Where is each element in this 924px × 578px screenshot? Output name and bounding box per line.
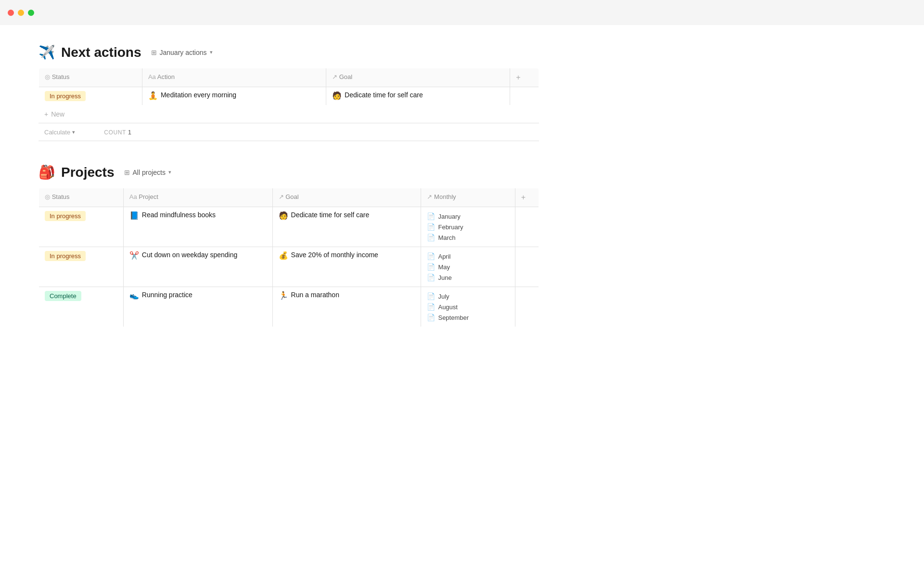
proj-status-col-header[interactable]: ◎ Status — [39, 188, 124, 207]
projects-title: Projects — [61, 165, 115, 180]
proj-goal-emoji: 🧑 — [279, 211, 288, 220]
monthly-label: March — [438, 234, 455, 241]
projects-section: 🎒 Projects ⊞ All projects ▾ ◎ Status Aa … — [38, 164, 539, 327]
status-cell[interactable]: In progress — [39, 87, 142, 105]
proj-goal-text: Save 20% of monthly income — [291, 251, 378, 259]
proj-project-content: ✂️ Cut down on weekday spending — [129, 251, 267, 260]
main-content: ✈️ Next actions ⊞ January actions ▾ ◎ St… — [0, 25, 578, 346]
proj-status-badge: Complete — [45, 291, 81, 301]
calculate-button[interactable]: Calculate ▾ — [44, 129, 75, 136]
proj-monthly-cell: 📄 July 📄 August 📄 September — [421, 287, 515, 327]
doc-icon: 📄 — [427, 234, 435, 241]
close-button[interactable] — [8, 10, 14, 16]
proj-project-content: 📘 Read mindfulness books — [129, 211, 267, 220]
doc-icon: 📄 — [427, 212, 435, 220]
chevron-down-icon: ▾ — [210, 49, 213, 55]
proj-project-emoji: 📘 — [129, 211, 139, 220]
proj-goal-content: 🧑 Dedicate time for self care — [279, 211, 415, 220]
add-column-button[interactable]: + — [510, 68, 539, 87]
table-icon: ⊞ — [151, 49, 157, 56]
table-row: Complete 👟 Running practice 🏃 Run a mara… — [39, 287, 539, 327]
proj-project-cell[interactable]: ✂️ Cut down on weekday spending — [123, 247, 272, 287]
projects-view-selector[interactable]: ⊞ All projects ▾ — [120, 167, 175, 178]
plus-icon: + — [516, 73, 520, 81]
projects-view-label: All projects — [133, 169, 166, 176]
monthly-item[interactable]: 📄 February — [427, 222, 509, 232]
proj-monthly-cell: 📄 April 📄 May 📄 June — [421, 247, 515, 287]
monthly-item[interactable]: 📄 June — [427, 272, 509, 283]
proj-plus-icon: + — [521, 193, 526, 201]
monthly-label: February — [438, 223, 463, 231]
doc-icon: 📄 — [427, 252, 435, 260]
status-column-header[interactable]: ◎ Status — [39, 68, 142, 87]
monthly-item[interactable]: 📄 September — [427, 312, 509, 323]
proj-project-text: Cut down on weekday spending — [142, 251, 237, 259]
monthly-label: June — [438, 274, 451, 281]
proj-goal-col-header[interactable]: ↗ Goal — [272, 188, 421, 207]
maximize-button[interactable] — [28, 10, 34, 16]
proj-empty-cell — [515, 287, 539, 327]
table-row: In progress ✂️ Cut down on weekday spend… — [39, 247, 539, 287]
next-actions-section: ✈️ Next actions ⊞ January actions ▾ ◎ St… — [38, 44, 539, 141]
next-actions-header: ✈️ Next actions ⊞ January actions ▾ — [38, 44, 539, 60]
proj-goal-cell[interactable]: 💰 Save 20% of monthly income — [272, 247, 421, 287]
count-label: COUNT — [104, 129, 126, 136]
doc-icon: 📄 — [427, 223, 435, 231]
doc-icon: 📄 — [427, 303, 435, 311]
calculate-label: Calculate — [44, 129, 70, 136]
doc-icon: 📄 — [427, 263, 435, 271]
monthly-label: May — [438, 263, 450, 271]
proj-goal-content: 🏃 Run a marathon — [279, 291, 415, 300]
proj-project-emoji: ✂️ — [129, 251, 139, 260]
new-label: New — [51, 110, 64, 118]
goal-column-header[interactable]: ↗ Goal — [326, 68, 510, 87]
proj-project-col-header[interactable]: Aa Project — [123, 188, 272, 207]
proj-goal-text: Dedicate time for self care — [291, 211, 370, 219]
action-column-header[interactable]: Aa Action — [142, 68, 326, 87]
status-col-icon: ◎ — [45, 73, 50, 80]
table-row: In progress 📘 Read mindfulness books 🧑 D… — [39, 207, 539, 247]
proj-goal-text: Run a marathon — [291, 291, 339, 299]
action-col-icon: Aa — [148, 73, 156, 80]
proj-project-cell[interactable]: 👟 Running practice — [123, 287, 272, 327]
monthly-item[interactable]: 📄 January — [427, 211, 509, 222]
projects-header-row: ◎ Status Aa Project ↗ Goal ↗ Monthly — [39, 188, 539, 207]
proj-goal-cell[interactable]: 🏃 Run a marathon — [272, 287, 421, 327]
monthly-item[interactable]: 📄 May — [427, 262, 509, 272]
action-cell[interactable]: 🧘 Meditation every morning — [142, 87, 326, 105]
goal-cell[interactable]: 🧑 Dedicate time for self care — [326, 87, 510, 105]
goal-content: 🧑 Dedicate time for self care — [332, 91, 504, 100]
monthly-item[interactable]: 📄 April — [427, 251, 509, 262]
next-actions-view-selector[interactable]: ⊞ January actions ▾ — [147, 47, 217, 58]
proj-goal-cell[interactable]: 🧑 Dedicate time for self care — [272, 207, 421, 247]
doc-icon: 📄 — [427, 314, 435, 321]
proj-status-col-icon: ◎ — [45, 193, 50, 200]
doc-icon: 📄 — [427, 292, 435, 300]
proj-empty-cell — [515, 207, 539, 247]
view-label: January actions — [160, 49, 207, 56]
proj-goal-col-icon: ↗ — [279, 193, 284, 200]
monthly-label: January — [438, 213, 460, 220]
calculate-chevron-icon: ▾ — [72, 129, 75, 135]
goal-emoji: 🧑 — [332, 91, 342, 100]
proj-status-cell[interactable]: Complete — [39, 287, 124, 327]
proj-add-column-button[interactable]: + — [515, 188, 539, 207]
proj-monthly-col-header[interactable]: ↗ Monthly — [421, 188, 515, 207]
proj-project-cell[interactable]: 📘 Read mindfulness books — [123, 207, 272, 247]
proj-status-cell[interactable]: In progress — [39, 207, 124, 247]
monthly-item[interactable]: 📄 March — [427, 232, 509, 243]
monthly-item[interactable]: 📄 July — [427, 291, 509, 302]
new-row-button[interactable]: + New — [38, 105, 539, 123]
status-badge: In progress — [45, 91, 86, 101]
proj-project-text: Running practice — [142, 291, 192, 299]
monthly-item[interactable]: 📄 August — [427, 302, 509, 312]
proj-status-cell[interactable]: In progress — [39, 247, 124, 287]
minimize-button[interactable] — [18, 10, 24, 16]
action-content: 🧘 Meditation every morning — [148, 91, 320, 100]
projects-chevron-icon: ▾ — [168, 169, 171, 175]
goal-col-icon: ↗ — [332, 73, 337, 80]
projects-icon: 🎒 — [38, 164, 55, 180]
next-actions-title: Next actions — [61, 45, 141, 60]
projects-table-icon: ⊞ — [124, 169, 130, 176]
calculate-row: Calculate ▾ COUNT 1 — [38, 123, 539, 141]
